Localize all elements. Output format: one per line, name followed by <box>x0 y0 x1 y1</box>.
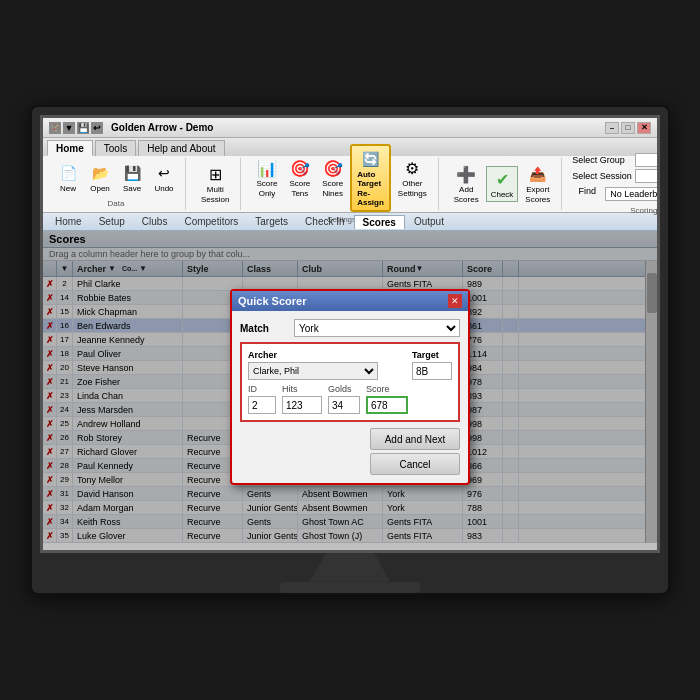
undo-button[interactable]: ↩ Undo <box>149 160 179 196</box>
maximize-button[interactable]: □ <box>621 122 635 134</box>
score-nines-button[interactable]: 🎯 Score Nines <box>317 155 348 201</box>
data-group-label: Data <box>108 199 125 208</box>
quick-access-icon: 💾 <box>77 122 89 134</box>
minimize-button[interactable]: – <box>605 122 619 134</box>
hits-input[interactable] <box>282 396 322 414</box>
nav-home[interactable]: Home <box>47 215 90 228</box>
select-group-dropdown[interactable] <box>635 153 660 167</box>
multi-session-button[interactable]: ⊞ Multi Session <box>196 161 234 207</box>
close-button[interactable]: ✕ <box>637 122 651 134</box>
title-menu-icon: ▼ <box>63 122 75 134</box>
modal-title-bar: Quick Scorer ✕ <box>232 291 468 311</box>
export-scores-button[interactable]: 📤 Export Scores <box>520 161 555 207</box>
modal-title: Quick Scorer <box>238 295 306 307</box>
tab-tools[interactable]: Tools <box>95 140 136 156</box>
save-button[interactable]: 💾 Save <box>117 160 147 196</box>
archer-select[interactable]: Clarke, Phil <box>248 362 378 380</box>
archer-field-label: Archer <box>248 350 406 360</box>
find-button[interactable]: Find <box>572 185 602 203</box>
select-session-dropdown[interactable] <box>635 169 660 183</box>
monitor-screen: 🏹 ▼ 💾 ↩ Golden Arrow - Demo – □ ✕ Home T… <box>40 115 660 553</box>
id-label: ID <box>248 384 276 394</box>
match-label: Match <box>240 323 290 334</box>
nav-competitors[interactable]: Competitors <box>176 215 246 228</box>
golds-label: Golds <box>328 384 360 394</box>
nav-targets[interactable]: Targets <box>247 215 296 228</box>
nav-checkin[interactable]: Check In <box>297 215 352 228</box>
target-field-label: Target <box>412 350 452 360</box>
ribbon-group-settings: 📊 Score Only 🎯 Score Tens 🎯 Score <box>245 158 438 210</box>
open-button[interactable]: 📂 Open <box>85 160 115 196</box>
archer-section: Archer Clarke, Phil Target <box>240 342 460 422</box>
quick-scorer-modal: Quick Scorer ✕ Match York <box>230 289 470 485</box>
golds-input[interactable] <box>328 396 360 414</box>
other-settings-button[interactable]: ⚙ Other Settings <box>393 155 432 201</box>
hits-label: Hits <box>282 384 322 394</box>
nav-clubs[interactable]: Clubs <box>134 215 176 228</box>
select-session-label: Select Session <box>572 171 632 181</box>
leaderboard-dropdown[interactable]: No Leaderboard <box>605 187 660 201</box>
ribbon-group-session: ⊞ Multi Session <box>190 158 241 210</box>
score-label: Score <box>366 384 408 394</box>
nav-setup[interactable]: Setup <box>91 215 133 228</box>
ribbon-group-leaderboard: Select Group Select Session Find No Lead… <box>566 158 660 210</box>
score-only-button[interactable]: 📊 Score Only <box>251 155 282 201</box>
select-group-label: Select Group <box>572 155 632 165</box>
score-input[interactable] <box>366 396 408 414</box>
check-button[interactable]: ✔ Check <box>486 166 519 202</box>
quick-access-icon2: ↩ <box>91 122 103 134</box>
tab-home[interactable]: Home <box>47 140 93 156</box>
monitor-outer: 🏹 ▼ 💾 ↩ Golden Arrow - Demo – □ ✕ Home T… <box>30 105 670 595</box>
leaderboard-group-label: Scoring <box>630 206 657 215</box>
nav-output[interactable]: Output <box>406 215 452 228</box>
nav-scores[interactable]: Scores <box>354 215 405 229</box>
tab-help[interactable]: Help and About <box>138 140 224 156</box>
window-title: Golden Arrow - Demo <box>111 122 605 133</box>
match-select[interactable]: York <box>294 319 460 337</box>
new-button[interactable]: 📄 New <box>53 160 83 196</box>
ribbon-group-scores: ➕ Add Scores ✔ Check 📤 Export Scores <box>443 158 563 210</box>
target-input[interactable] <box>412 362 452 380</box>
monitor-base <box>280 582 420 593</box>
monitor-stand <box>310 553 390 582</box>
app-icon: 🏹 <box>49 122 61 134</box>
ribbon-group-data: 📄 New 📂 Open 💾 Save ↩ <box>47 158 186 210</box>
cancel-button[interactable]: Cancel <box>370 453 460 475</box>
modal-close-button[interactable]: ✕ <box>448 294 462 308</box>
nav-bar: Home Setup Clubs Competitors Targets Che… <box>43 213 657 231</box>
add-next-button[interactable]: Add and Next <box>370 428 460 450</box>
title-bar: 🏹 ▼ 💾 ↩ Golden Arrow - Demo – □ ✕ <box>43 118 657 138</box>
id-input[interactable] <box>248 396 276 414</box>
score-tens-button[interactable]: 🎯 Score Tens <box>284 155 315 201</box>
auto-target-button[interactable]: 🔄 Auto Target Re-Assign <box>350 144 391 212</box>
modal-overlay: Quick Scorer ✕ Match York <box>43 231 657 543</box>
add-scores-button[interactable]: ➕ Add Scores <box>449 161 484 207</box>
